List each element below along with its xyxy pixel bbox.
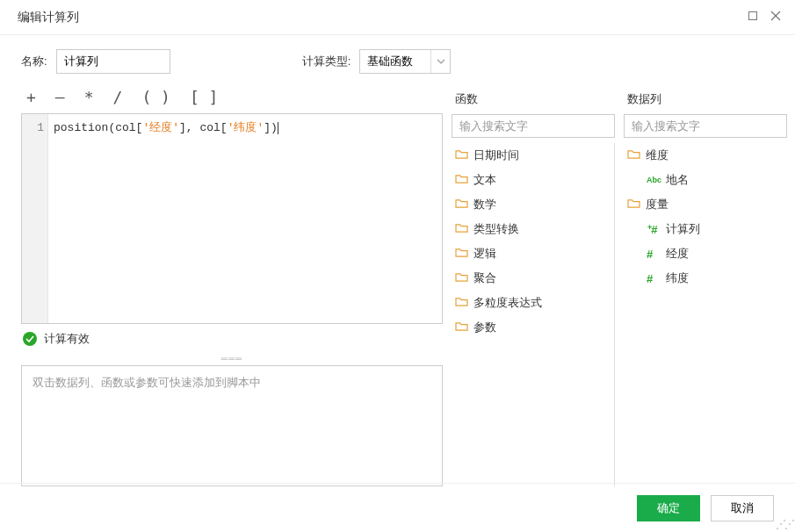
code-editor[interactable]: 1 position(col['经度'], col['纬度']): [21, 113, 443, 324]
dialog-title: 编辑计算列: [18, 10, 748, 25]
text-type-icon: Abc: [647, 176, 661, 184]
functions-search-input[interactable]: [452, 114, 615, 138]
op-star[interactable]: *: [84, 88, 94, 106]
resize-grip-icon[interactable]: ⋰⋰: [776, 518, 793, 530]
folder-icon: [455, 222, 468, 236]
functions-header: 函数: [452, 84, 615, 114]
op-minus[interactable]: —: [55, 88, 65, 106]
tree-node-func-6[interactable]: 多粒度表达式: [452, 291, 611, 315]
titlebar: 编辑计算列: [0, 0, 795, 35]
drag-handle[interactable]: ═══: [21, 352, 443, 365]
folder-icon: [455, 198, 468, 212]
folder-icon: [455, 173, 468, 187]
tree-node-measure[interactable]: 度量: [624, 192, 784, 217]
check-icon: [23, 332, 37, 346]
folder-icon: [455, 148, 468, 162]
tree-node-func-7[interactable]: 参数: [452, 315, 611, 340]
tree-leaf-calc[interactable]: # 计算列: [624, 217, 784, 241]
tree-leaf-longitude[interactable]: # 经度: [624, 241, 784, 266]
tree-node-func-4[interactable]: 逻辑: [452, 241, 611, 266]
ok-button[interactable]: 确定: [637, 495, 700, 521]
status-text: 计算有效: [44, 331, 90, 347]
folder-icon: [627, 198, 640, 212]
cancel-button[interactable]: 取消: [711, 495, 774, 521]
op-slash[interactable]: /: [113, 88, 123, 106]
datacols-header: 数据列: [624, 84, 787, 114]
tree-node-dimension[interactable]: 维度: [624, 143, 784, 168]
op-plus[interactable]: +: [26, 88, 36, 106]
folder-icon: [455, 296, 468, 310]
tree-node-func-1[interactable]: 文本: [452, 168, 611, 192]
close-icon[interactable]: [770, 11, 781, 24]
tree-leaf-place[interactable]: Abc 地名: [624, 168, 784, 192]
op-brackets[interactable]: [ ]: [190, 88, 219, 106]
chevron-down-icon[interactable]: [430, 50, 450, 73]
dialog-footer: 确定 取消: [0, 483, 795, 532]
folder-icon: [455, 320, 468, 334]
folder-icon: [455, 247, 468, 261]
functions-tree: 日期时间文本数学类型转换逻辑聚合多粒度表达式参数: [452, 143, 615, 486]
validation-status: 计算有效: [21, 324, 443, 352]
datacols-tree: 维度 Abc 地名 度量 # 计算列 # 经度 # 纬度: [624, 143, 787, 486]
name-label: 名称:: [21, 54, 47, 69]
form-row: 名称: 计算类型:: [0, 35, 795, 84]
code-content[interactable]: position(col['经度'], col['纬度']): [48, 114, 284, 323]
tree-leaf-latitude[interactable]: # 纬度: [624, 266, 784, 291]
tree-node-func-2[interactable]: 数学: [452, 192, 611, 217]
tree-node-func-3[interactable]: 类型转换: [452, 217, 611, 241]
maximize-icon[interactable]: [748, 11, 758, 24]
calc-number-icon: #: [647, 223, 661, 236]
number-type-icon: #: [647, 248, 661, 261]
operator-toolbar: + — * / ( ) [ ]: [21, 84, 443, 113]
calc-type-select[interactable]: [359, 49, 451, 74]
calc-type-value[interactable]: [360, 50, 430, 73]
folder-icon: [455, 271, 468, 285]
line-number: 1: [22, 119, 44, 137]
svg-rect-0: [749, 12, 757, 20]
hint-text: 双击数据列、函数或参数可快速添加到脚本中: [33, 376, 261, 389]
datacols-search-input[interactable]: [624, 114, 787, 138]
folder-icon: [627, 148, 640, 162]
editor-gutter: 1: [22, 114, 48, 323]
number-type-icon: #: [647, 272, 661, 285]
hint-panel: 双击数据列、函数或参数可快速添加到脚本中: [21, 365, 443, 486]
tree-node-func-0[interactable]: 日期时间: [452, 143, 611, 168]
name-input[interactable]: [56, 49, 170, 74]
tree-node-func-5[interactable]: 聚合: [452, 266, 611, 291]
calc-type-label: 计算类型:: [302, 54, 351, 69]
op-parens[interactable]: ( ): [141, 88, 170, 106]
